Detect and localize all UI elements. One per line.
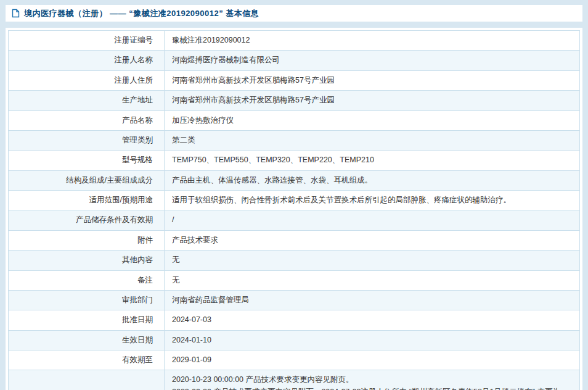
row-value: 豫械注准20192090012 xyxy=(165,31,580,51)
table-row: 附件 产品技术要求 xyxy=(9,230,580,250)
row-label: 型号规格 xyxy=(9,151,165,170)
page-title: 境内医疗器械（注册） —— “豫械注准20192090012” 基本信息 xyxy=(24,8,259,19)
table-row: 注册人名称 河南煜搏医疗器械制造有限公司 xyxy=(9,51,580,70)
table-row: 注册人住所 河南省郑州市高新技术开发区腊梅路57号产业园 xyxy=(9,70,580,90)
row-label: 产品名称 xyxy=(9,110,165,130)
row-value: 无 xyxy=(165,270,580,290)
row-value: 2029-01-09 xyxy=(165,351,580,370)
table-row: 注册证编号 豫械注准20192090012 xyxy=(9,31,580,51)
row-value: 无 xyxy=(165,251,580,270)
table-row: 结构及组成/主要组成成分 产品由主机、体温传感器、水路连接管、水袋、耳机组成。 xyxy=(9,170,580,190)
info-table: 注册证编号 豫械注准20192090012 注册人名称 河南煜搏医疗器械制造有限… xyxy=(8,30,580,390)
row-label: 注册人住所 xyxy=(9,70,165,90)
table-row: 备注 无 xyxy=(9,270,580,290)
row-value: 河南煜搏医疗器械制造有限公司 xyxy=(165,51,580,70)
page-header: 境内医疗器械（注册） —— “豫械注准20192090012” 基本信息 xyxy=(6,5,582,22)
row-value: 2024-07-03 xyxy=(165,310,580,330)
table-row: 生产地址 河南省郑州市高新技术开发区腊梅路57号产业园 xyxy=(9,91,580,110)
table-row: 审批部门 河南省药品监督管理局 xyxy=(9,290,580,310)
table-row: 有效期至 2029-01-09 xyxy=(9,351,580,370)
row-label: 审批部门 xyxy=(9,290,165,310)
row-value: 2020-10-23 00:00:00 产品技术要求变更内容见附页。 2022-… xyxy=(165,370,580,390)
row-label: 备注 xyxy=(9,270,165,290)
row-label: 变更情况 xyxy=(9,370,165,390)
row-label: 批准日期 xyxy=(9,310,165,330)
row-label: 生产地址 xyxy=(9,91,165,110)
document-icon xyxy=(12,9,20,18)
row-label: 适用范围/预期用途 xyxy=(9,191,165,210)
row-value: 加压冷热敷治疗仪 xyxy=(165,110,580,130)
row-value: 河南省郑州市高新技术开发区腊梅路57号产业园 xyxy=(165,91,580,110)
row-value: 河南省药品监督管理局 xyxy=(165,290,580,310)
table-row: 生效日期 2024-01-10 xyxy=(9,330,580,350)
table-row-change-history: 变更情况 2020-10-23 00:00:00 产品技术要求变更内容见附页。 … xyxy=(9,370,580,390)
row-value: TEMP750、TEMP550、TEMP320、TEMP220、TEMP210 xyxy=(165,151,580,170)
table-row: 产品名称 加压冷热敷治疗仪 xyxy=(9,110,580,130)
row-label: 管理类别 xyxy=(9,130,165,150)
row-label: 其他内容 xyxy=(9,251,165,270)
table-row: 产品储存条件及有效期 / xyxy=(9,210,580,230)
table-row: 型号规格 TEMP750、TEMP550、TEMP320、TEMP220、TEM… xyxy=(9,151,580,170)
table-row: 批准日期 2024-07-03 xyxy=(9,310,580,330)
table-row: 其他内容 无 xyxy=(9,251,580,270)
row-label: 有效期至 xyxy=(9,351,165,370)
row-value: 第二类 xyxy=(165,130,580,150)
row-value: 河南省郑州市高新技术开发区腊梅路57号产业园 xyxy=(165,70,580,90)
table-row: 适用范围/预期用途 适用于软组织损伤、闭合性骨折术前术后及关节置换术后所引起的局… xyxy=(9,191,580,210)
row-value: 适用于软组织损伤、闭合性骨折术前术后及关节置换术后所引起的局部肿胀、疼痛症状的辅… xyxy=(165,191,580,210)
row-value: 产品由主机、体温传感器、水路连接管、水袋、耳机组成。 xyxy=(165,170,580,190)
row-value: / xyxy=(165,210,580,230)
row-value: 产品技术要求 xyxy=(165,230,580,250)
row-label: 附件 xyxy=(9,230,165,250)
info-panel: 注册证编号 豫械注准20192090012 注册人名称 河南煜搏医疗器械制造有限… xyxy=(6,28,582,390)
page: 境内医疗器械（注册） —— “豫械注准20192090012” 基本信息 注册证… xyxy=(0,0,588,390)
row-value: 2024-01-10 xyxy=(165,330,580,350)
row-label: 注册人名称 xyxy=(9,51,165,70)
row-label: 结构及组成/主要组成成分 xyxy=(9,170,165,190)
table-row: 管理类别 第二类 xyxy=(9,130,580,150)
row-label: 产品储存条件及有效期 xyxy=(9,210,165,230)
row-label: 注册证编号 xyxy=(9,31,165,51)
row-label: 生效日期 xyxy=(9,330,165,350)
